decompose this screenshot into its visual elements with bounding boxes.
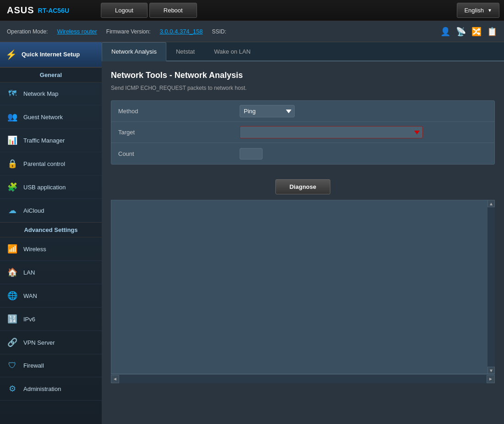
output-area [111, 200, 495, 374]
sidebar-item-label-administration: Administration [23, 385, 61, 392]
output-vertical-scrollbar[interactable]: ▲ ▼ [488, 200, 495, 374]
sidebar: ⚡ Quick Internet Setup General 🗺 Network… [0, 42, 102, 424]
sidebar-item-lan[interactable]: 🏠 LAN [0, 261, 102, 284]
quick-setup-icon: ⚡ [5, 49, 17, 60]
sidebar-item-label-firewall: Firewall [23, 362, 44, 369]
page-title: Network Tools - Network Analysis [111, 71, 495, 80]
sidebar-item-label-guest-network: Guest Network [23, 114, 63, 121]
firmware-label: Firmware Version: [106, 28, 151, 35]
target-control [235, 122, 494, 142]
horizontal-scroll-track[interactable] [120, 376, 486, 382]
sidebar-item-aicloud[interactable]: ☁ AiCloud [0, 199, 102, 222]
output-wrapper: ▲ ▼ ◄ ► [111, 200, 495, 383]
sidebar-item-label-wan: WAN [23, 292, 37, 299]
general-section-title: General [0, 67, 102, 83]
sidebar-item-label-wireless: Wireless [23, 246, 46, 253]
reboot-button[interactable]: Reboot [149, 3, 197, 18]
parental-control-icon: 🔒 [7, 159, 18, 169]
sidebar-item-parental-control[interactable]: 🔒 Parental control [0, 152, 102, 176]
tabs-bar: Network Analysis Netstat Wake on LAN [102, 42, 504, 61]
target-select[interactable] [240, 126, 423, 138]
sidebar-item-wan[interactable]: 🌐 WAN [0, 284, 102, 308]
administration-icon: ⚙ [7, 384, 18, 394]
count-control [235, 144, 494, 163]
sidebar-item-usb-application[interactable]: 🧩 USB application [0, 176, 102, 199]
quick-setup-label: Quick Internet Setup [22, 51, 80, 59]
tab-netstat[interactable]: Netstat [166, 42, 204, 61]
scroll-track[interactable] [488, 207, 495, 367]
count-row: Count [111, 143, 494, 164]
tab-netstat-label: Netstat [176, 48, 195, 55]
count-label: Count [111, 146, 235, 162]
tab-wake-on-lan[interactable]: Wake on LAN [204, 42, 260, 61]
wireless-icon: 📶 [7, 244, 18, 254]
output-horizontal-scrollbar[interactable]: ◄ ► [111, 374, 495, 383]
sidebar-item-label-parental-control: Parental control [23, 160, 65, 167]
network-analysis-form: Method Ping Traceroute NS Lookup Target [111, 100, 495, 165]
tab-network-analysis-label: Network Analysis [111, 48, 157, 55]
scroll-right-arrow[interactable]: ► [487, 375, 495, 383]
main-content: Network Tools - Network Analysis Send IC… [102, 61, 504, 424]
firewall-icon: 🛡 [7, 361, 18, 370]
sidebar-item-administration[interactable]: ⚙ Administration [0, 377, 102, 401]
sidebar-item-traffic-manager[interactable]: 📊 Traffic Manager [0, 129, 102, 152]
sidebar-item-vpn-server[interactable]: 🔗 VPN Server [0, 331, 102, 354]
language-dropdown-arrow: ▼ [488, 8, 492, 13]
sidebar-item-label-aicloud: AiCloud [23, 207, 44, 214]
logo: ASUS RT-AC56U [0, 0, 101, 21]
aicloud-icon: ☁ [7, 205, 18, 215]
count-input[interactable] [240, 148, 263, 160]
sidebar-item-label-ipv6: IPv6 [23, 316, 35, 323]
language-selector[interactable]: English ▼ [457, 3, 499, 18]
ipv6-icon: 🔢 [7, 314, 18, 324]
page-description: Send ICMP ECHO_REQUEST packets to networ… [111, 85, 495, 91]
wan-icon: 🌐 [7, 291, 18, 301]
method-label: Method [111, 103, 235, 119]
main-layout: ⚡ Quick Internet Setup General 🗺 Network… [0, 42, 504, 424]
sidebar-item-label-network-map: Network Map [23, 90, 59, 97]
guest-network-icon: 👥 [7, 112, 18, 122]
sidebar-item-firewall[interactable]: 🛡 Firewall [0, 354, 102, 377]
sidebar-item-label-usb-application: USB application [23, 184, 66, 191]
vpn-server-icon: 🔗 [7, 337, 18, 347]
tab-network-analysis[interactable]: Network Analysis [102, 42, 166, 61]
content-area: Network Analysis Netstat Wake on LAN Net… [102, 42, 504, 424]
statusbar: Operation Mode: Wireless router Firmware… [0, 21, 504, 42]
operation-mode-label: Operation Mode: [7, 28, 48, 35]
topbar-buttons: Logout Reboot [101, 3, 457, 18]
scroll-down-arrow[interactable]: ▼ [488, 367, 495, 374]
scroll-up-arrow[interactable]: ▲ [488, 200, 495, 207]
scroll-left-arrow[interactable]: ◄ [111, 375, 119, 383]
share-icon[interactable]: 🔀 [471, 27, 482, 37]
quick-setup-item[interactable]: ⚡ Quick Internet Setup [0, 42, 102, 67]
diagnose-row: Diagnose [111, 174, 495, 200]
sidebar-item-guest-network[interactable]: 👥 Guest Network [0, 105, 102, 129]
method-control: Ping Traceroute NS Lookup [235, 101, 494, 121]
ssid-label: SSID: [212, 28, 226, 35]
sidebar-item-network-map[interactable]: 🗺 Network Map [0, 83, 102, 105]
operation-mode-value[interactable]: Wireless router [57, 28, 97, 35]
logo-model-text: RT-AC56U [38, 7, 69, 14]
sidebar-item-label-traffic-manager: Traffic Manager [23, 137, 65, 144]
diagnose-button[interactable]: Diagnose [275, 179, 331, 194]
logout-button[interactable]: Logout [101, 3, 148, 18]
status-icons: 👤 📡 🔀 📋 [440, 27, 497, 37]
target-label: Target [111, 124, 235, 140]
tab-wake-on-lan-label: Wake on LAN [214, 48, 251, 55]
usb-application-icon: 🧩 [7, 182, 18, 192]
log-icon[interactable]: 📋 [487, 27, 497, 37]
method-row: Method Ping Traceroute NS Lookup [111, 101, 494, 122]
traffic-manager-icon: 📊 [7, 135, 18, 145]
firmware-value[interactable]: 3.0.0.4.374_158 [160, 28, 203, 35]
users-icon[interactable]: 👤 [440, 27, 450, 37]
sidebar-item-wireless[interactable]: 📶 Wireless [0, 237, 102, 261]
logo-asus-text: ASUS [7, 5, 34, 16]
lan-icon: 🏠 [7, 267, 18, 277]
topbar: ASUS RT-AC56U Logout Reboot English ▼ [0, 0, 504, 21]
network-map-icon: 🗺 [7, 89, 18, 99]
network-status-icon[interactable]: 📡 [456, 27, 466, 37]
sidebar-item-ipv6[interactable]: 🔢 IPv6 [0, 308, 102, 331]
sidebar-item-label-lan: LAN [23, 269, 35, 276]
method-select[interactable]: Ping Traceroute NS Lookup [240, 105, 295, 117]
advanced-section-title: Advanced Settings [0, 222, 102, 237]
